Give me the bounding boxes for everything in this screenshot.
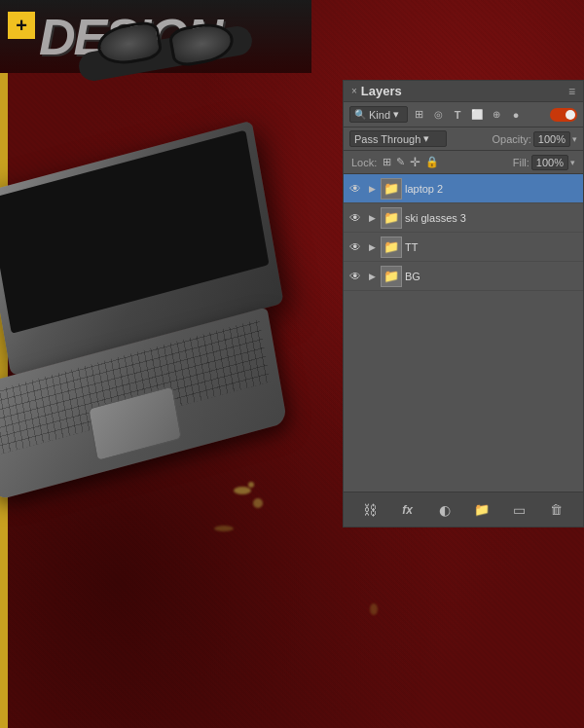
lock-label: Lock: xyxy=(351,157,377,168)
lock-all-icon[interactable]: 🔒 xyxy=(425,156,439,168)
layer-name-laptop2[interactable]: laptop 2 xyxy=(405,183,579,195)
layer-expand-icon-laptop2[interactable]: ▶ xyxy=(366,183,378,195)
laptop-screen xyxy=(0,130,270,334)
filter-text-icon[interactable]: T xyxy=(450,107,465,123)
layer-thumbnail-tt: 📁 xyxy=(381,237,402,258)
delete-layer-icon[interactable]: 🗑 xyxy=(547,500,566,520)
lock-row: Lock: ⊞ ✎ ✛ 🔒 Fill: 100% ▾ xyxy=(344,151,583,174)
layer-item-skiglasses3[interactable]: 👁 ▶ 📁 ski glasses 3 xyxy=(344,203,583,233)
laptop-image xyxy=(0,58,321,545)
filter-icons-group: ⊞ ◎ T ⬜ ⊕ ● xyxy=(411,107,547,123)
layer-item-tt[interactable]: 👁 ▶ 📁 TT xyxy=(344,233,583,262)
plus-logo: + xyxy=(8,12,35,39)
layer-thumbnail-skiglasses3: 📁 xyxy=(381,207,402,229)
blend-mode-dropdown[interactable]: Pass Through ▾ xyxy=(349,130,447,147)
layer-expand-icon-tt[interactable]: ▶ xyxy=(366,241,378,253)
filter-toggle[interactable] xyxy=(550,108,577,122)
layer-name-bg[interactable]: BG xyxy=(405,271,579,282)
opacity-group: Opacity: 100% ▾ xyxy=(493,131,578,147)
layer-visibility-icon-bg[interactable]: 👁 xyxy=(347,269,363,284)
splatter-5 xyxy=(370,603,378,615)
layer-expand-icon-bg[interactable]: ▶ xyxy=(366,271,378,282)
filter-fill-icon[interactable]: ● xyxy=(508,107,524,123)
layers-panel: × Layers ≡ 🔍 Kind ▾ ⊞ ◎ T ⬜ ⊕ ● Pass Thr… xyxy=(343,80,584,528)
lock-position-icon[interactable]: ✎ xyxy=(396,156,405,168)
fill-label: Fill: xyxy=(513,157,529,168)
folder-icon-laptop2: 📁 xyxy=(383,181,399,196)
kind-chevron-icon: ▾ xyxy=(393,108,399,121)
new-layer-icon[interactable]: ▭ xyxy=(509,500,529,520)
search-icon: 🔍 xyxy=(354,109,366,120)
layer-visibility-icon-tt[interactable]: 👁 xyxy=(347,239,363,255)
opacity-label: Opacity: xyxy=(493,133,531,145)
filter-adjust-icon[interactable]: ◎ xyxy=(430,107,446,123)
layer-item-bg[interactable]: 👁 ▶ 📁 BG xyxy=(344,262,583,291)
lock-icons-group: ⊞ ✎ ✛ 🔒 xyxy=(383,155,439,169)
folder-icon-tt: 📁 xyxy=(383,239,399,254)
kind-dropdown[interactable]: 🔍 Kind ▾ xyxy=(349,106,408,123)
panel-footer: ⛓ fx ◐ 📁 ▭ 🗑 xyxy=(344,491,583,527)
layer-expand-icon-skiglasses3[interactable]: ▶ xyxy=(366,212,378,224)
fill-chevron-icon: ▾ xyxy=(570,158,575,167)
opacity-chevron-icon: ▾ xyxy=(572,134,577,144)
layer-visibility-icon-laptop2[interactable]: 👁 xyxy=(347,181,363,197)
filter-smart-icon[interactable]: ⊕ xyxy=(489,107,504,123)
fx-button[interactable]: fx xyxy=(397,500,417,520)
layer-item-laptop2[interactable]: 👁 ▶ 📁 laptop 2 xyxy=(344,174,583,203)
layer-name-skiglasses3[interactable]: ski glasses 3 xyxy=(405,212,579,224)
fill-group: Fill: 100% ▾ xyxy=(513,155,575,170)
folder-icon-bg: 📁 xyxy=(383,269,399,283)
filter-row: 🔍 Kind ▾ ⊞ ◎ T ⬜ ⊕ ● xyxy=(344,102,583,127)
filter-pixel-icon[interactable]: ⊞ xyxy=(411,107,426,123)
layer-name-tt[interactable]: TT xyxy=(405,241,579,253)
panel-title: Layers xyxy=(357,84,568,98)
fill-input[interactable]: 100% xyxy=(531,155,568,170)
blend-row: Pass Through ▾ Opacity: 100% ▾ xyxy=(344,127,583,151)
link-icon[interactable]: ⛓ xyxy=(360,500,380,520)
panel-header: × Layers ≡ xyxy=(344,81,583,102)
filter-shape-icon[interactable]: ⬜ xyxy=(469,107,485,123)
opacity-input[interactable]: 100% xyxy=(533,131,570,147)
new-group-icon[interactable]: 📁 xyxy=(472,500,492,520)
layer-visibility-icon-skiglasses3[interactable]: 👁 xyxy=(347,210,363,226)
adjustment-layer-icon[interactable]: ◐ xyxy=(435,500,455,520)
blend-mode-value: Pass Through xyxy=(354,133,420,145)
layer-thumbnail-bg: 📁 xyxy=(381,266,402,287)
layer-thumbnail-laptop2: 📁 xyxy=(381,178,402,200)
folder-icon-skiglasses3: 📁 xyxy=(383,210,399,225)
blend-mode-chevron-icon: ▾ xyxy=(423,132,429,145)
lock-pixels-icon[interactable]: ⊞ xyxy=(383,156,391,168)
layers-list: 👁 ▶ 📁 laptop 2 👁 ▶ 📁 ski glasses 3 👁 ▶ 📁… xyxy=(344,174,583,491)
plus-icon: + xyxy=(8,12,35,39)
panel-menu-icon[interactable]: ≡ xyxy=(568,85,575,98)
kind-label: Kind xyxy=(369,109,390,121)
lock-move-icon[interactable]: ✛ xyxy=(410,155,420,169)
